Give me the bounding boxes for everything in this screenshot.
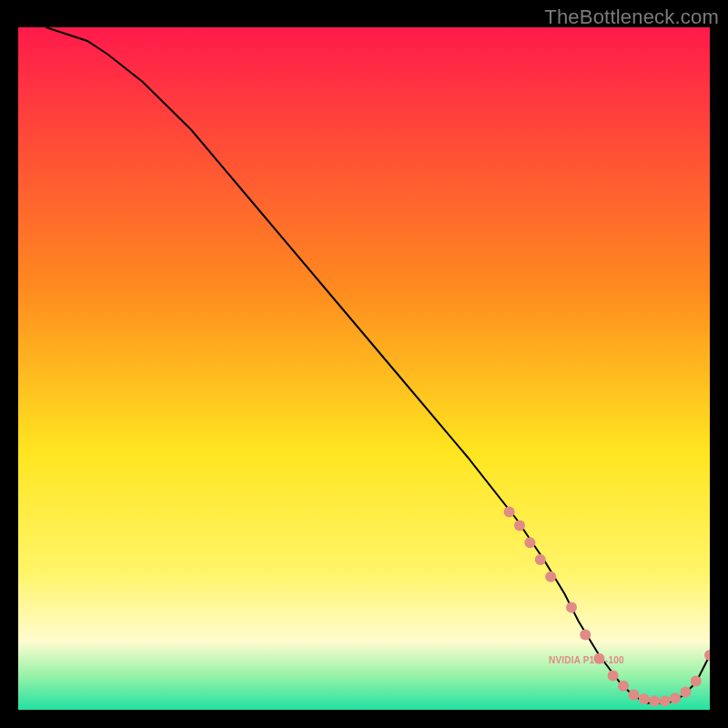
chart-area [18,27,710,710]
series-label: NVIDIA P106-100 [549,655,624,665]
marker-point [504,507,515,518]
marker-point [691,676,702,687]
marker-point [660,695,671,706]
marker-point [514,521,525,531]
marker-point [639,693,650,704]
chart-svg [18,27,710,710]
marker-point [649,695,660,706]
marker-point [566,602,577,613]
marker-point [680,687,691,698]
watermark-text: TheBottleneck.com [544,5,719,29]
marker-point [618,681,629,692]
marker-point [524,537,535,548]
marker-point [628,690,639,701]
marker-point [545,571,556,582]
marker-point [535,554,546,565]
gradient-background [18,27,710,710]
marker-point [608,671,619,682]
marker-point [670,693,681,703]
marker-point [580,630,591,641]
